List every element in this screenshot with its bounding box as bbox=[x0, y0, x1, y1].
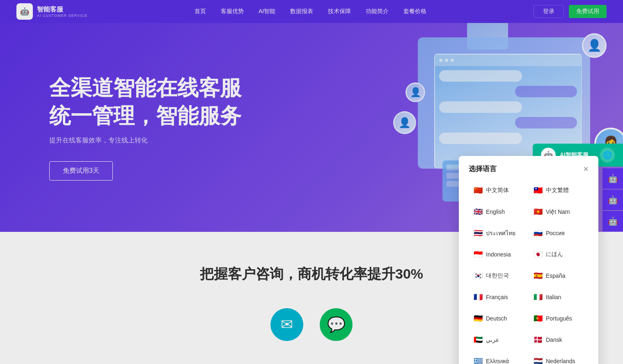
globe-icon-button[interactable]: 🌐 bbox=[600, 148, 615, 163]
lang-item-français[interactable]: 🇫🇷Français bbox=[469, 288, 529, 306]
lang-item-中文简体[interactable]: 🇨🇳中文简体 bbox=[469, 182, 529, 199]
side-avatar-2[interactable]: 🤖 bbox=[602, 190, 623, 210]
lang-grid: 🇨🇳中文简体🇹🇼中文繁體🇬🇧English🇻🇳Việt Nam🇹🇭ประเทศไ… bbox=[469, 182, 589, 364]
lang-name: 中文简体 bbox=[486, 187, 509, 194]
lang-item-nederlands[interactable]: 🇳🇱Nederlands bbox=[529, 353, 589, 364]
close-button[interactable]: × bbox=[583, 165, 589, 174]
lang-flag: 🇹🇭 bbox=[474, 229, 483, 238]
lang-name: Việt Nam bbox=[546, 208, 570, 215]
lang-item-english[interactable]: 🇬🇧English bbox=[469, 203, 529, 220]
lang-name: Indonesia bbox=[486, 251, 511, 258]
lang-item-indonesia[interactable]: 🇮🇩Indonesia bbox=[469, 246, 529, 263]
lang-item-português[interactable]: 🇵🇹Português bbox=[529, 310, 589, 327]
lang-dialog-title: 选择语言 bbox=[469, 164, 497, 174]
lang-name: ประเทศไทย bbox=[486, 229, 515, 238]
lang-item-deutsch[interactable]: 🇩🇪Deutsch bbox=[469, 310, 529, 327]
lang-item-にほん[interactable]: 🇯🇵にほん bbox=[529, 246, 589, 263]
lang-item-việt-nam[interactable]: 🇻🇳Việt Nam bbox=[529, 203, 589, 220]
lang-flag: 🇹🇼 bbox=[534, 186, 543, 195]
lang-item-中文繁體[interactable]: 🇹🇼中文繁體 bbox=[529, 182, 589, 199]
lang-item-ประเทศไทย[interactable]: 🇹🇭ประเทศไทย bbox=[469, 224, 529, 242]
lang-name: 대한민국 bbox=[486, 272, 509, 279]
lang-name: Ελληνικά bbox=[486, 358, 509, 364]
lang-name: عربي bbox=[486, 337, 499, 343]
lang-flag: 🇪🇸 bbox=[534, 271, 543, 280]
lang-flag: 🇳🇱 bbox=[534, 357, 543, 364]
side-avatars: 🤖 🤖 🤖 bbox=[602, 168, 623, 231]
lang-flag: 🇯🇵 bbox=[534, 250, 543, 259]
lang-flag: 🇰🇷 bbox=[474, 271, 483, 280]
lang-name: にほん bbox=[546, 251, 563, 258]
lang-flag: 🇻🇳 bbox=[534, 207, 543, 216]
lang-name: Italian bbox=[546, 294, 561, 300]
lang-flag: 🇮🇹 bbox=[534, 293, 543, 302]
lang-flag: 🇬🇷 bbox=[474, 357, 483, 364]
lang-item-ελληνικά[interactable]: 🇬🇷Ελληνικά bbox=[469, 353, 529, 364]
lang-item-italian[interactable]: 🇮🇹Italian bbox=[529, 288, 589, 306]
lang-flag: 🇷🇺 bbox=[534, 229, 543, 238]
lang-flag: 🇩🇰 bbox=[534, 335, 543, 344]
lang-flag: 🇬🇧 bbox=[474, 207, 483, 216]
lang-flag: 🇫🇷 bbox=[474, 293, 483, 302]
lang-item-대한민국[interactable]: 🇰🇷대한민국 bbox=[469, 267, 529, 284]
lang-flag: 🇦🇪 bbox=[474, 335, 483, 344]
lang-flag: 🇩🇪 bbox=[474, 314, 483, 323]
lang-name: Nederlands bbox=[546, 358, 575, 364]
lang-name: España bbox=[546, 272, 565, 279]
lang-dialog-header: 选择语言 × bbox=[469, 164, 589, 174]
side-avatar-1[interactable]: 🤖 bbox=[602, 168, 623, 189]
lang-flag: 🇮🇩 bbox=[474, 250, 483, 259]
lang-name: 中文繁體 bbox=[546, 187, 569, 194]
lang-name: Deutsch bbox=[486, 315, 507, 322]
lang-item-españa[interactable]: 🇪🇸España bbox=[529, 267, 589, 284]
language-dialog: 选择语言 × 🇨🇳中文简体🇹🇼中文繁體🇬🇧English🇻🇳Việt Nam🇹🇭… bbox=[459, 156, 598, 364]
side-avatar-3[interactable]: 🤖 bbox=[602, 211, 623, 231]
lang-name: Dansk bbox=[546, 337, 562, 343]
lang-name: English bbox=[486, 208, 505, 215]
lang-item-россия[interactable]: 🇷🇺Россия bbox=[529, 224, 589, 242]
lang-flag: 🇨🇳 bbox=[474, 186, 483, 195]
lang-name: Português bbox=[546, 315, 572, 322]
lang-item-dansk[interactable]: 🇩🇰Dansk bbox=[529, 331, 589, 348]
lang-flag: 🇵🇹 bbox=[534, 314, 543, 323]
lang-name: Français bbox=[486, 294, 508, 300]
lang-name: Россия bbox=[546, 230, 565, 236]
lang-item-عربي[interactable]: 🇦🇪عربي bbox=[469, 331, 529, 348]
